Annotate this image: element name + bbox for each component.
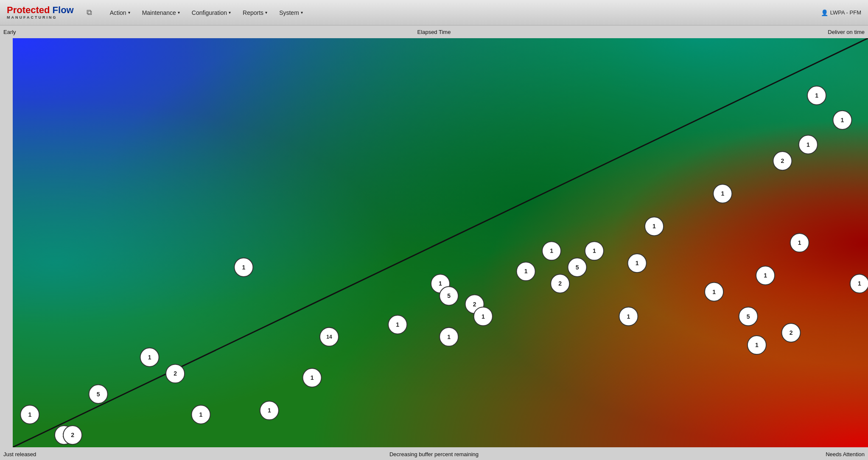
bubble-8[interactable]: 1 <box>234 258 253 277</box>
bubble-26[interactable]: 1 <box>713 184 732 203</box>
svg-text:5: 5 <box>576 264 579 271</box>
svg-text:1: 1 <box>524 268 528 275</box>
svg-text:1: 1 <box>28 411 31 418</box>
bubble-21[interactable]: 1 <box>585 241 604 260</box>
logo: Protected Flow MANUFACTURING <box>7 5 74 20</box>
axis-top-center-label: Elapsed Time <box>417 29 451 35</box>
svg-text:14: 14 <box>326 334 332 340</box>
bubble-20[interactable]: 5 <box>568 258 586 277</box>
priority-matrix-chart: 11251211111411512111251111115112211111 <box>13 38 868 447</box>
nav-action[interactable]: Action ▾ <box>105 7 135 19</box>
bubble-5[interactable]: 2 <box>166 364 185 383</box>
svg-text:1: 1 <box>396 321 399 328</box>
svg-text:1: 1 <box>593 247 596 254</box>
bubble-17[interactable]: 1 <box>517 262 535 280</box>
svg-text:1: 1 <box>815 92 818 99</box>
svg-text:5: 5 <box>747 313 750 320</box>
svg-text:1: 1 <box>858 280 861 287</box>
bubble-19[interactable]: 2 <box>551 274 569 293</box>
bubble-29[interactable]: 1 <box>756 266 775 285</box>
header: Protected Flow MANUFACTURING ⧉ Action ▾ … <box>0 0 868 25</box>
bubble-9[interactable]: 1 <box>303 368 322 387</box>
copy-icon[interactable]: ⧉ <box>87 8 92 17</box>
reports-caret-icon: ▾ <box>265 10 267 15</box>
bubble-7[interactable]: 1 <box>260 401 279 420</box>
svg-text:1: 1 <box>148 354 151 361</box>
bubble-24[interactable]: 1 <box>645 217 664 236</box>
bubble-23[interactable]: 1 <box>628 254 647 272</box>
bubble-33[interactable]: 1 <box>799 135 818 154</box>
bubble-4[interactable]: 1 <box>140 348 159 367</box>
bubble-11[interactable]: 1 <box>388 315 407 334</box>
svg-text:5: 5 <box>97 391 100 398</box>
svg-text:1: 1 <box>806 141 810 148</box>
maintenance-caret-icon: ▾ <box>178 10 180 15</box>
bubble-13[interactable]: 5 <box>440 286 458 305</box>
bubble-3[interactable]: 5 <box>89 385 108 404</box>
svg-text:1: 1 <box>199 411 203 418</box>
nav-system[interactable]: System ▾ <box>274 7 308 19</box>
nav-menu: Action ▾ Maintenance ▾ Configuration ▾ R… <box>105 7 812 19</box>
logo-text: Protected Flow <box>7 5 74 15</box>
logo-flow: Flow <box>53 5 74 15</box>
bubble-22[interactable]: 1 <box>619 307 638 325</box>
svg-text:1: 1 <box>721 190 724 197</box>
axis-bottom-right-label: Needs Attention <box>826 451 865 457</box>
bubble-14[interactable]: 1 <box>440 328 458 346</box>
svg-text:1: 1 <box>242 264 245 271</box>
bubble-25[interactable]: 1 <box>705 283 723 301</box>
action-caret-icon: ▾ <box>128 10 130 15</box>
bubble-35[interactable]: 1 <box>833 111 851 129</box>
bubble-2[interactable]: 2 <box>63 426 82 444</box>
svg-text:1: 1 <box>311 374 314 381</box>
svg-text:1: 1 <box>712 289 716 295</box>
svg-text:1: 1 <box>652 223 656 230</box>
logo-protected: Protected <box>7 5 50 15</box>
svg-text:1: 1 <box>482 313 485 320</box>
user-label: LWPA - PFM <box>830 9 861 16</box>
user-icon: 👤 <box>821 9 828 16</box>
bubble-27[interactable]: 5 <box>739 307 758 325</box>
bubble-34[interactable]: 1 <box>807 86 826 105</box>
system-caret-icon: ▾ <box>301 10 303 15</box>
svg-text:1: 1 <box>447 334 451 340</box>
svg-text:1: 1 <box>439 280 442 287</box>
axis-bottom-center-label: Decreasing buffer percent remaining <box>389 451 479 457</box>
bubble-28[interactable]: 1 <box>748 336 766 354</box>
bubble-10[interactable]: 14 <box>320 328 339 346</box>
bubble-6[interactable]: 1 <box>191 405 210 424</box>
configuration-caret-icon: ▾ <box>229 10 231 15</box>
axis-top-right-label: Deliver on time <box>828 29 865 35</box>
axis-bottom-left-label: Just released <box>3 451 36 457</box>
svg-text:5: 5 <box>447 292 451 299</box>
user-area[interactable]: 👤 LWPA - PFM <box>821 9 861 16</box>
bubble-30[interactable]: 2 <box>773 151 792 170</box>
svg-text:1: 1 <box>798 239 801 246</box>
nav-configuration[interactable]: Configuration ▾ <box>187 7 236 19</box>
svg-text:1: 1 <box>268 407 271 414</box>
svg-text:1: 1 <box>764 272 767 279</box>
svg-text:2: 2 <box>174 370 177 377</box>
bubble-32[interactable]: 1 <box>790 233 809 252</box>
svg-text:2: 2 <box>71 432 74 438</box>
svg-text:1: 1 <box>636 260 639 266</box>
svg-text:1: 1 <box>550 247 553 254</box>
svg-text:2: 2 <box>558 280 562 287</box>
svg-text:2: 2 <box>781 157 784 164</box>
axis-top-left-label: Early <box>3 29 16 35</box>
bubble-0[interactable]: 1 <box>20 405 39 424</box>
bubble-18[interactable]: 1 <box>542 241 561 260</box>
logo-manufacturing: MANUFACTURING <box>7 16 74 20</box>
bubble-16[interactable]: 1 <box>474 307 493 325</box>
bubble-36[interactable]: 1 <box>850 274 868 293</box>
svg-text:1: 1 <box>627 313 630 320</box>
svg-text:2: 2 <box>473 301 476 308</box>
svg-text:2: 2 <box>790 329 793 336</box>
nav-reports[interactable]: Reports ▾ <box>238 7 272 19</box>
bubble-31[interactable]: 2 <box>781 323 800 342</box>
chart-area: Early Elapsed Time Deliver on time Incre… <box>0 25 868 460</box>
svg-text:1: 1 <box>755 342 759 348</box>
svg-text:1: 1 <box>841 117 844 123</box>
nav-maintenance[interactable]: Maintenance ▾ <box>137 7 185 19</box>
